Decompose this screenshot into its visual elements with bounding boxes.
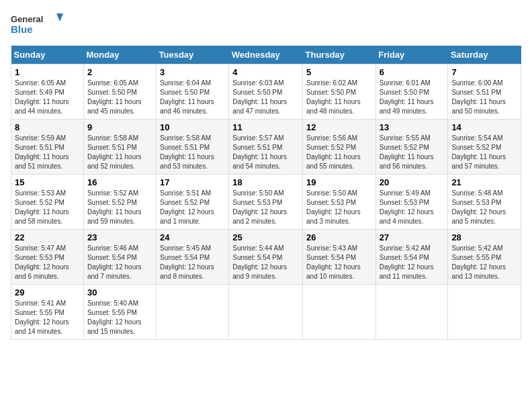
day-number: 3 xyxy=(160,67,225,77)
week-row-4: 22 Sunrise: 5:47 AM Sunset: 5:53 PM Dayl… xyxy=(11,230,521,285)
day-number: 2 xyxy=(87,67,152,77)
day-number: 21 xyxy=(451,177,517,187)
day-number: 22 xyxy=(15,232,80,242)
day-info: Sunrise: 6:05 AM Sunset: 5:49 PM Dayligh… xyxy=(15,79,80,116)
day-info: Sunrise: 5:55 AM Sunset: 5:52 PM Dayligh… xyxy=(380,134,445,171)
day-number: 18 xyxy=(232,177,299,187)
day-number: 11 xyxy=(232,122,299,132)
week-row-5: 29 Sunrise: 5:41 AM Sunset: 5:55 PM Dayl… xyxy=(11,285,521,340)
day-header-saturday: Saturday xyxy=(448,46,521,64)
day-info: Sunrise: 5:56 AM Sunset: 5:52 PM Dayligh… xyxy=(306,134,372,171)
calendar-cell: 15 Sunrise: 5:53 AM Sunset: 5:52 PM Dayl… xyxy=(11,175,84,230)
day-number: 19 xyxy=(306,177,372,187)
day-number: 4 xyxy=(232,67,299,77)
day-info: Sunrise: 5:59 AM Sunset: 5:51 PM Dayligh… xyxy=(15,134,80,171)
calendar-cell xyxy=(375,285,448,340)
day-info: Sunrise: 5:51 AM Sunset: 5:52 PM Dayligh… xyxy=(160,189,225,226)
calendar-cell: 10 Sunrise: 5:58 AM Sunset: 5:51 PM Dayl… xyxy=(157,120,229,175)
day-info: Sunrise: 5:45 AM Sunset: 5:54 PM Dayligh… xyxy=(160,244,225,281)
day-number: 9 xyxy=(87,122,152,132)
day-info: Sunrise: 6:03 AM Sunset: 5:50 PM Dayligh… xyxy=(232,79,299,116)
day-info: Sunrise: 6:02 AM Sunset: 5:50 PM Dayligh… xyxy=(306,79,372,116)
day-number: 20 xyxy=(380,177,445,187)
calendar-cell: 9 Sunrise: 5:58 AM Sunset: 5:51 PM Dayli… xyxy=(83,120,156,175)
calendar-cell xyxy=(448,285,521,340)
calendar-cell: 20 Sunrise: 5:49 AM Sunset: 5:53 PM Dayl… xyxy=(375,175,448,230)
day-number: 7 xyxy=(451,67,517,77)
day-number: 26 xyxy=(306,232,372,242)
day-number: 25 xyxy=(232,232,299,242)
calendar-cell: 7 Sunrise: 6:00 AM Sunset: 5:51 PM Dayli… xyxy=(448,64,521,120)
calendar-cell: 25 Sunrise: 5:44 AM Sunset: 5:54 PM Dayl… xyxy=(229,230,303,285)
day-info: Sunrise: 5:47 AM Sunset: 5:53 PM Dayligh… xyxy=(15,244,80,281)
day-info: Sunrise: 5:58 AM Sunset: 5:51 PM Dayligh… xyxy=(87,134,152,171)
calendar-cell: 16 Sunrise: 5:52 AM Sunset: 5:52 PM Dayl… xyxy=(83,175,156,230)
calendar-cell xyxy=(303,285,376,340)
calendar-cell: 8 Sunrise: 5:59 AM Sunset: 5:51 PM Dayli… xyxy=(11,120,84,175)
day-number: 23 xyxy=(87,232,152,242)
calendar-cell: 14 Sunrise: 5:54 AM Sunset: 5:52 PM Dayl… xyxy=(448,120,521,175)
day-number: 16 xyxy=(87,177,152,187)
day-number: 6 xyxy=(380,67,445,77)
day-number: 10 xyxy=(160,122,225,132)
day-info: Sunrise: 6:00 AM Sunset: 5:51 PM Dayligh… xyxy=(451,79,517,116)
calendar-cell: 3 Sunrise: 6:04 AM Sunset: 5:50 PM Dayli… xyxy=(157,64,229,120)
calendar-cell: 19 Sunrise: 5:50 AM Sunset: 5:53 PM Dayl… xyxy=(303,175,376,230)
day-number: 15 xyxy=(15,177,80,187)
calendar-cell: 30 Sunrise: 5:40 AM Sunset: 5:55 PM Dayl… xyxy=(83,285,156,340)
day-header-monday: Monday xyxy=(83,46,156,64)
day-info: Sunrise: 5:54 AM Sunset: 5:52 PM Dayligh… xyxy=(451,134,517,171)
day-info: Sunrise: 5:43 AM Sunset: 5:54 PM Dayligh… xyxy=(306,244,372,281)
calendar-cell: 13 Sunrise: 5:55 AM Sunset: 5:52 PM Dayl… xyxy=(375,120,448,175)
logo: General Blue xyxy=(11,11,64,38)
day-number: 24 xyxy=(160,232,225,242)
svg-text:General: General xyxy=(11,14,43,24)
calendar-cell xyxy=(157,285,229,340)
day-header-friday: Friday xyxy=(375,46,448,64)
header-row: SundayMondayTuesdayWednesdayThursdayFrid… xyxy=(11,46,521,64)
calendar-cell: 4 Sunrise: 6:03 AM Sunset: 5:50 PM Dayli… xyxy=(229,64,303,120)
calendar-table: SundayMondayTuesdayWednesdayThursdayFrid… xyxy=(11,46,521,340)
day-info: Sunrise: 5:42 AM Sunset: 5:54 PM Dayligh… xyxy=(380,244,445,281)
day-header-tuesday: Tuesday xyxy=(157,46,229,64)
day-number: 29 xyxy=(15,287,80,298)
day-header-wednesday: Wednesday xyxy=(229,46,303,64)
svg-marker-2 xyxy=(56,13,63,21)
day-info: Sunrise: 5:49 AM Sunset: 5:53 PM Dayligh… xyxy=(380,189,445,226)
calendar-cell: 21 Sunrise: 5:48 AM Sunset: 5:53 PM Dayl… xyxy=(448,175,521,230)
day-info: Sunrise: 6:01 AM Sunset: 5:50 PM Dayligh… xyxy=(380,79,445,116)
calendar-cell xyxy=(229,285,303,340)
week-row-3: 15 Sunrise: 5:53 AM Sunset: 5:52 PM Dayl… xyxy=(11,175,521,230)
day-info: Sunrise: 5:57 AM Sunset: 5:51 PM Dayligh… xyxy=(232,134,299,171)
calendar-cell: 5 Sunrise: 6:02 AM Sunset: 5:50 PM Dayli… xyxy=(303,64,376,120)
day-info: Sunrise: 5:58 AM Sunset: 5:51 PM Dayligh… xyxy=(160,134,225,171)
day-number: 12 xyxy=(306,122,372,132)
day-number: 1 xyxy=(15,67,80,77)
day-number: 28 xyxy=(451,232,517,242)
day-info: Sunrise: 5:53 AM Sunset: 5:52 PM Dayligh… xyxy=(15,189,80,226)
day-info: Sunrise: 5:46 AM Sunset: 5:54 PM Dayligh… xyxy=(87,244,152,281)
calendar-cell: 2 Sunrise: 6:05 AM Sunset: 5:50 PM Dayli… xyxy=(83,64,156,120)
day-info: Sunrise: 6:05 AM Sunset: 5:50 PM Dayligh… xyxy=(87,79,152,116)
calendar-cell: 23 Sunrise: 5:46 AM Sunset: 5:54 PM Dayl… xyxy=(83,230,156,285)
week-row-1: 1 Sunrise: 6:05 AM Sunset: 5:49 PM Dayli… xyxy=(11,64,521,120)
day-info: Sunrise: 5:41 AM Sunset: 5:55 PM Dayligh… xyxy=(15,299,80,336)
logo-svg: General Blue xyxy=(11,11,64,38)
day-number: 17 xyxy=(160,177,225,187)
calendar-cell: 28 Sunrise: 5:42 AM Sunset: 5:55 PM Dayl… xyxy=(448,230,521,285)
week-row-2: 8 Sunrise: 5:59 AM Sunset: 5:51 PM Dayli… xyxy=(11,120,521,175)
day-info: Sunrise: 5:44 AM Sunset: 5:54 PM Dayligh… xyxy=(232,244,299,281)
svg-text:Blue: Blue xyxy=(11,24,33,35)
day-info: Sunrise: 5:50 AM Sunset: 5:53 PM Dayligh… xyxy=(306,189,372,226)
calendar-cell: 11 Sunrise: 5:57 AM Sunset: 5:51 PM Dayl… xyxy=(229,120,303,175)
day-info: Sunrise: 5:48 AM Sunset: 5:53 PM Dayligh… xyxy=(451,189,517,226)
calendar-cell: 1 Sunrise: 6:05 AM Sunset: 5:49 PM Dayli… xyxy=(11,64,84,120)
day-number: 8 xyxy=(15,122,80,132)
day-number: 13 xyxy=(380,122,445,132)
calendar-cell: 12 Sunrise: 5:56 AM Sunset: 5:52 PM Dayl… xyxy=(303,120,376,175)
day-header-thursday: Thursday xyxy=(303,46,376,64)
day-number: 14 xyxy=(451,122,517,132)
day-number: 5 xyxy=(306,67,372,77)
day-number: 30 xyxy=(87,287,152,298)
calendar-cell: 26 Sunrise: 5:43 AM Sunset: 5:54 PM Dayl… xyxy=(303,230,376,285)
